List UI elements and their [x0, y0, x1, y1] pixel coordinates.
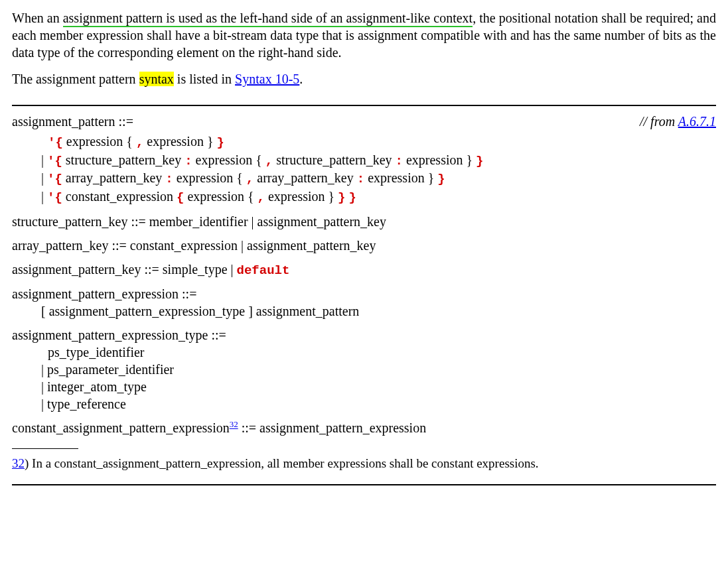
rule-ape-body: [ assignment_pattern_expression_type ] a… [12, 302, 716, 320]
rule-apet-c: | integer_atom_type [12, 378, 716, 395]
comma-b: , [265, 154, 273, 168]
tick-open-c: '{ [47, 172, 62, 186]
alt-b-1: structure_pattern_key [62, 153, 184, 167]
rule-apet-head: assignment_pattern_expression_type ::= [12, 326, 716, 344]
alt-d-3: expression } [265, 189, 338, 204]
rule-assignment-pattern-body: '{ expression { , expression } } | '{ st… [12, 133, 716, 206]
pipe-c: | [41, 170, 47, 185]
from-ref-link[interactable]: A.6.7.1 [678, 114, 716, 129]
footnote-sep-text: ) [25, 456, 32, 470]
alt-b-3: structure_pattern_key [273, 153, 395, 167]
rule-structure-pattern-key: structure_pattern_key ::= member_identif… [12, 213, 716, 230]
footnote-number-link[interactable]: 32 [12, 456, 25, 470]
default-keyword: default [237, 263, 290, 278]
para2-pre: The assignment pattern [12, 72, 139, 86]
comma-c: , [246, 172, 254, 186]
rule-ape-head: assignment_pattern_expression ::= [12, 285, 716, 302]
tick-open-a: '{ [48, 135, 63, 150]
alt-b-2: expression { [192, 153, 265, 167]
syntax-header-row: assignment_pattern ::= // from A.6.7.1 [12, 113, 716, 130]
rule-apet-d: | type_reference [12, 395, 716, 412]
comma-a: , [136, 135, 143, 150]
colon-c1: : [165, 172, 173, 186]
rule-apk-pre: assignment_pattern_key ::= simple_type | [12, 262, 237, 277]
rule-apet-b: | ps_parameter_identifier [12, 361, 716, 378]
open2-d: { [177, 190, 184, 205]
close-b: } [476, 154, 483, 168]
from-label: // from [640, 114, 678, 129]
rule-assignment-pattern-key: assignment_pattern_key ::= simple_type |… [12, 261, 716, 279]
colon-c2: : [357, 172, 364, 186]
close-c: } [437, 172, 445, 186]
from-reference: // from A.6.7.1 [640, 113, 716, 130]
alt-b: | '{ structure_pattern_key : expression … [12, 151, 716, 170]
rule-apet-a: ps_type_identifier [12, 344, 716, 361]
alt-d-1: constant_expression [62, 189, 177, 204]
syntax-box: assignment_pattern ::= // from A.6.7.1 '… [12, 105, 716, 485]
alt-b-4: expression } [403, 153, 476, 167]
tick-open-b: '{ [47, 154, 62, 168]
rule-array-pattern-key: array_pattern_key ::= constant_expressio… [12, 237, 716, 254]
footnote-text: In a constant_assignment_pattern_express… [32, 456, 539, 470]
alt-a-2: expression } [143, 134, 216, 149]
comma-d: , [257, 190, 265, 205]
pipe-d: | [41, 189, 47, 204]
syntax-link[interactable]: Syntax 10-5 [235, 72, 299, 86]
tick-open-d: '{ [47, 190, 62, 205]
rule-constant-assignment-pattern-expression: constant_assignment_pattern_expression32… [12, 419, 716, 436]
footnote-ref-32[interactable]: 32 [230, 420, 238, 430]
apet-a-text: ps_type_identifier [48, 345, 145, 359]
para1-pre: When an [12, 11, 63, 25]
para2-post: . [299, 72, 303, 86]
syntax-highlight: syntax [139, 72, 174, 86]
alt-d: | '{ constant_expression { expression { … [12, 188, 716, 206]
alt-c-2: expression { [173, 170, 246, 185]
para1-underline: assignment pattern is used as the left-h… [63, 11, 473, 27]
para2-mid: is listed in [174, 72, 235, 86]
alt-c-1: array_pattern_key [62, 170, 165, 185]
colon-b1: : [184, 154, 192, 168]
close2-d: } [338, 190, 345, 205]
alt-c: | '{ array_pattern_key : expression { , … [12, 169, 716, 188]
footnote-separator [12, 448, 78, 449]
rule-assignment-pattern-expression-type: assignment_pattern_expression_type ::= p… [12, 326, 716, 412]
paragraph-1: When an assignment pattern is used as th… [12, 9, 716, 61]
alt-c-3: array_pattern_key [254, 170, 356, 185]
pipe-b: | [41, 153, 47, 167]
colon-b2: : [396, 154, 403, 168]
rule-cape-pre: constant_assignment_pattern_expression [12, 420, 230, 435]
alt-c-4: expression } [364, 170, 437, 185]
alt-a: '{ expression { , expression } } [12, 133, 716, 151]
paragraph-2: The assignment pattern syntax is listed … [12, 70, 716, 88]
close-d: } [349, 190, 356, 205]
rule-assignment-pattern-expression: assignment_pattern_expression ::= [ assi… [12, 285, 716, 320]
rule-cape-post: ::= assignment_pattern_expression [238, 420, 426, 435]
close-a: } [217, 135, 224, 150]
alt-d-2: expression { [184, 189, 257, 204]
alt-a-1: expression { [63, 134, 136, 149]
footnote-32: 32) In a constant_assignment_pattern_exp… [12, 456, 716, 477]
rule-assignment-pattern-head: assignment_pattern ::= [12, 113, 133, 130]
